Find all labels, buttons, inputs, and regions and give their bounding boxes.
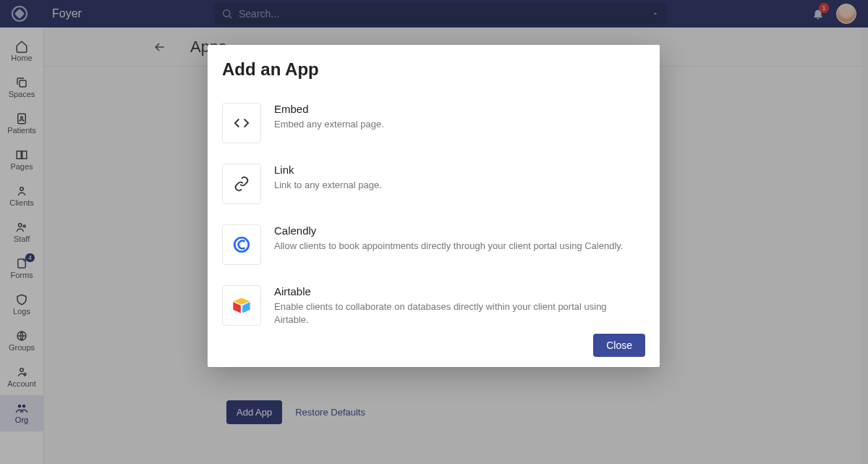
app-option-airtable[interactable]: Airtable Enable clients to collaborate o… xyxy=(222,275,642,326)
airtable-icon xyxy=(222,285,261,326)
app-name: Airtable xyxy=(274,285,642,298)
app-desc: Enable clients to collaborate on databas… xyxy=(274,300,642,326)
add-app-modal: Add an App Embed Embed any external page… xyxy=(208,45,660,367)
link-icon xyxy=(222,164,261,204)
code-icon xyxy=(222,103,261,143)
app-name: Embed xyxy=(274,103,384,115)
app-desc: Embed any external page. xyxy=(274,118,384,131)
app-desc: Link to any external page. xyxy=(274,179,382,192)
app-desc: Allow clients to book appointments direc… xyxy=(274,240,623,253)
modal-title: Add an App xyxy=(222,59,645,80)
svg-point-14 xyxy=(234,237,249,252)
app-option-calendly[interactable]: Calendly Allow clients to book appointme… xyxy=(222,214,642,275)
app-option-embed[interactable]: Embed Embed any external page. xyxy=(222,93,642,153)
modal-overlay[interactable]: Add an App Embed Embed any external page… xyxy=(0,0,868,464)
app-option-link[interactable]: Link Link to any external page. xyxy=(222,153,642,214)
close-button[interactable]: Close xyxy=(593,334,645,357)
app-list[interactable]: Embed Embed any external page. Link Link… xyxy=(222,93,645,326)
calendly-icon xyxy=(222,224,261,265)
app-name: Calendly xyxy=(274,224,623,237)
app-name: Link xyxy=(274,164,382,176)
